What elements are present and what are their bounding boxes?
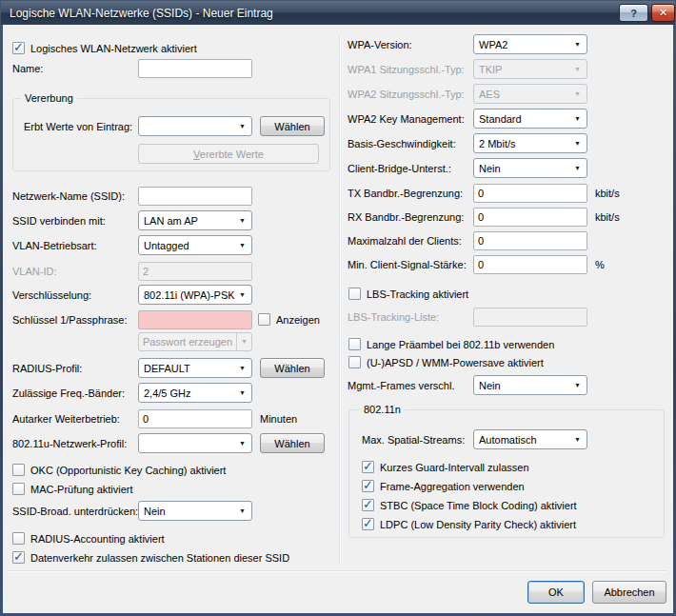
frame-aggregation-row: Frame-Aggregation verwenden	[362, 476, 525, 496]
passphrase-input[interactable]	[138, 310, 252, 329]
radius-choose-button[interactable]: Wählen	[260, 358, 325, 378]
stbc-checkbox[interactable]	[362, 499, 374, 511]
vlan-id-label: VLAN-ID:	[12, 266, 138, 277]
client-bridge-label: Client-Bridge-Unterst.:	[348, 163, 473, 174]
ssid-input[interactable]	[138, 187, 252, 206]
title-bar: Logische WLAN-Netzwerke (SSIDs) - Neuer …	[1, 1, 675, 25]
help-button[interactable]: ?	[619, 4, 648, 22]
inherit-from-combobox[interactable]: ▼	[138, 116, 252, 136]
hide-ssid-row: SSID-Broad. unterdrücken: Nein▼	[12, 501, 252, 521]
mac-check-label: MAC-Prüfung aktiviert	[30, 484, 133, 495]
window-title: Logische WLAN-Netzwerke (SSIDs) - Neuer …	[1, 7, 273, 20]
ldpc-label: LDPC (Low Density Parity Check) aktivier…	[380, 519, 576, 530]
min-signal-input[interactable]: 0	[473, 255, 587, 274]
close-button[interactable]: ✕	[651, 4, 675, 22]
wlan-enabled-label: Logisches WLAN-Netzwerk aktiviert	[30, 43, 197, 54]
wpa2-key-mgmt-row: WPA2 Key Management: Standard▼	[348, 109, 587, 129]
wpa-version-combobox[interactable]: WPA2▼	[473, 34, 587, 54]
standalone-input[interactable]: 0	[138, 409, 252, 428]
tx-limit-input[interactable]: 0	[473, 184, 587, 203]
freq-bands-label: Zulässige Freq.-Bänder:	[12, 387, 138, 399]
okc-checkbox[interactable]	[12, 464, 25, 476]
apsd-label: (U-)APSD / WMM-Powersave aktiviert	[367, 357, 544, 368]
radius-accounting-label: RADIUS-Accounting aktiviert	[30, 533, 165, 545]
inherit-choose-button[interactable]: Wählen	[260, 116, 325, 136]
client-bridge-row: Client-Bridge-Unterst.: Nein▼	[348, 158, 587, 178]
wpa-version-row: WPA-Version: WPA2▼	[348, 34, 587, 54]
base-speed-label: Basis-Geschwindigkeit:	[348, 138, 473, 149]
connect-to-label: SSID verbinden mit:	[12, 215, 138, 227]
long-preamble-label: Lange Präambel bei 802.11b verwenden	[367, 339, 554, 350]
generate-password-button[interactable]: Passwort erzeugen ▼	[138, 332, 252, 351]
vlan-id-input: 2	[138, 262, 252, 281]
rx-limit-unit: kbit/s	[595, 211, 620, 223]
short-gi-checkbox[interactable]	[362, 461, 374, 473]
mgmt-frames-combobox[interactable]: Nein▼	[473, 375, 587, 395]
encryption-label: Verschlüsselung:	[12, 289, 138, 301]
long-preamble-row: Lange Präambel bei 802.11b verwenden	[348, 334, 554, 354]
wlan-enabled-checkbox[interactable]	[12, 42, 25, 54]
u-profile-choose-button[interactable]: Wählen	[260, 433, 325, 453]
radius-profile-combobox[interactable]: DEFAULT▼	[138, 358, 252, 378]
hide-ssid-combobox[interactable]: Nein▼	[138, 501, 252, 521]
inheritance-group-title: Vererbung	[21, 92, 77, 105]
dropdown-arrow-icon: ▼	[239, 291, 246, 298]
ldpc-checkbox[interactable]	[362, 518, 374, 530]
dropdown-arrow-icon: ▼	[574, 90, 581, 97]
max-clients-row: Maximalzahl der Clients: 0	[348, 230, 587, 250]
mac-check-checkbox[interactable]	[12, 483, 25, 495]
inherited-values-row: Vererbte Werte	[138, 144, 319, 164]
min-signal-unit: %	[595, 259, 605, 270]
dropdown-arrow-icon: ▼	[237, 333, 251, 350]
max-clients-input[interactable]: 0	[473, 231, 587, 250]
standalone-row: Autarker Weiterbetrieb: 0 Minuten	[12, 408, 297, 428]
radius-profile-label: RADIUS-Profil:	[12, 363, 138, 374]
vlan-mode-combobox[interactable]: Untagged▼	[138, 235, 252, 255]
name-input[interactable]	[138, 59, 252, 78]
ok-button[interactable]: OK	[527, 581, 585, 604]
connect-to-combobox[interactable]: LAN am AP▼	[138, 210, 252, 230]
generate-password-row: Passwort erzeugen ▼	[138, 331, 252, 351]
inherited-values-button[interactable]: Vererbte Werte	[138, 144, 319, 164]
spatial-streams-label: Max. Spatial-Streams:	[362, 434, 473, 446]
frame-aggregation-checkbox[interactable]	[362, 480, 374, 492]
lbs-list-row: LBS-Tracking-Liste:	[348, 307, 587, 327]
vlan-id-row: VLAN-ID: 2	[12, 261, 252, 281]
name-label: Name:	[12, 63, 138, 74]
lbs-tracking-checkbox[interactable]	[348, 288, 361, 300]
ssid-label: Netzwerk-Name (SSID):	[12, 190, 138, 202]
show-passphrase-checkbox[interactable]	[258, 313, 270, 326]
long-preamble-checkbox[interactable]	[348, 338, 361, 350]
inherit-from-row: Erbt Werte von Eintrag: ▼ Wählen	[24, 116, 325, 136]
inherit-from-label: Erbt Werte von Eintrag:	[24, 121, 138, 132]
min-signal-label: Min. Client-Signal-Stärke:	[348, 259, 473, 270]
wpa1-key-type-combobox: TKIP▼	[473, 59, 587, 79]
wpa2-key-mgmt-combobox[interactable]: Standard▼	[473, 109, 587, 129]
column-separator	[339, 35, 340, 565]
rx-limit-label: RX Bandbr.-Begrenzung:	[348, 211, 473, 223]
wpa2-key-type-label: WPA2 Sitzungsschl.-Typ:	[348, 89, 473, 100]
dropdown-arrow-icon: ▼	[239, 242, 246, 248]
dialog-window: Logische WLAN-Netzwerke (SSIDs) - Neuer …	[0, 0, 676, 616]
ldpc-row: LDPC (Low Density Parity Check) aktivier…	[362, 514, 576, 534]
rx-limit-input[interactable]: 0	[473, 208, 587, 227]
inter-station-checkbox[interactable]	[12, 551, 25, 564]
cancel-button[interactable]: Abbrechen	[592, 581, 666, 604]
min-signal-row: Min. Client-Signal-Stärke: 0 %	[348, 254, 605, 274]
radius-accounting-checkbox[interactable]	[12, 532, 25, 545]
u-profile-combobox[interactable]: ▼	[138, 433, 252, 453]
apsd-checkbox[interactable]	[348, 356, 361, 368]
wpa-version-label: WPA-Version:	[348, 39, 473, 50]
inter-station-label: Datenverkehr zulassen zwischen Stationen…	[30, 552, 289, 564]
dropdown-arrow-icon: ▼	[574, 41, 581, 48]
okc-row: OKC (Opportunistic Key Caching) aktivier…	[12, 460, 226, 480]
tx-limit-label: TX Bandbr.-Begrenzung:	[348, 188, 473, 199]
freq-bands-combobox[interactable]: 2,4/5 GHz▼	[138, 383, 252, 403]
spatial-streams-combobox[interactable]: Automatisch▼	[473, 429, 587, 449]
client-bridge-combobox[interactable]: Nein▼	[473, 158, 587, 178]
max-clients-label: Maximalzahl der Clients:	[348, 235, 473, 247]
wpa2-key-type-combobox: AES▼	[473, 84, 587, 104]
inter-station-row: Datenverkehr zulassen zwischen Stationen…	[12, 547, 289, 567]
base-speed-combobox[interactable]: 2 Mbit/s▼	[473, 133, 587, 153]
encryption-combobox[interactable]: 802.11i (WPA)-PSK▼	[138, 285, 252, 305]
